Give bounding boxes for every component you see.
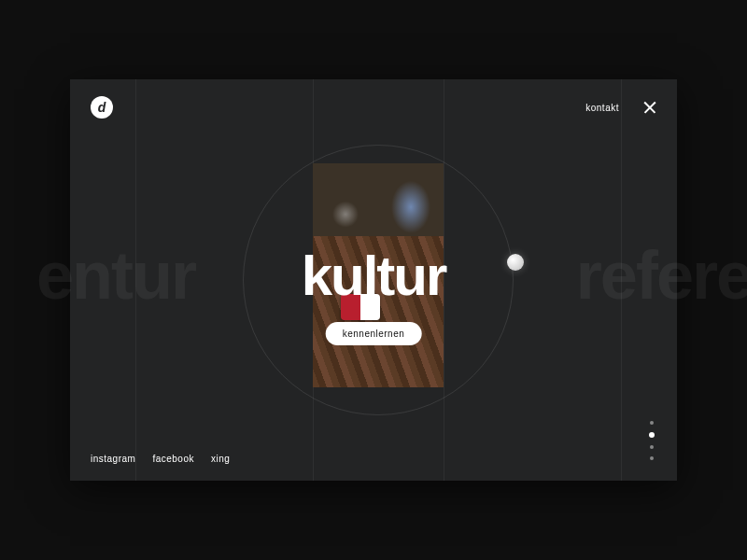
main-panel: d kontakt entur refere kultur kennenlern… <box>70 79 677 481</box>
progress-dot[interactable] <box>650 421 654 425</box>
progress-dot[interactable] <box>650 445 654 449</box>
social-links: instagram facebook xing <box>91 454 230 464</box>
progress-dot[interactable] <box>650 456 654 460</box>
social-xing[interactable]: xing <box>211 454 230 464</box>
progress-dots <box>649 421 655 460</box>
hero-title: kultur <box>70 244 677 308</box>
ring-handle[interactable] <box>507 254 524 271</box>
progress-dot-active[interactable] <box>649 432 655 438</box>
social-instagram[interactable]: instagram <box>91 454 135 464</box>
cta-button[interactable]: kennenlernen <box>326 322 422 345</box>
social-facebook[interactable]: facebook <box>152 454 194 464</box>
hero-stage: entur refere kultur kennenlernen <box>70 79 677 481</box>
